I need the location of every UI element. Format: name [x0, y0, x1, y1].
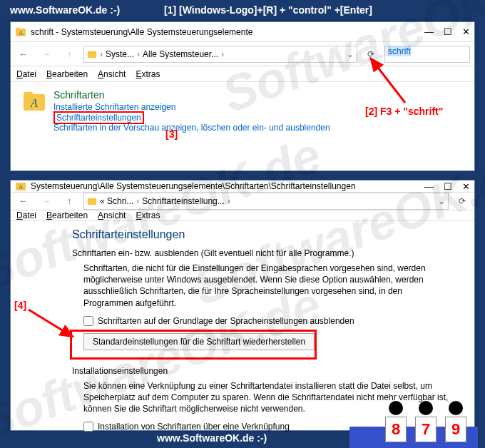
restore-defaults-button[interactable]: Standardeinstellungen für die Schriftart… [83, 333, 315, 350]
checkbox-input[interactable] [83, 422, 93, 432]
menu-view[interactable]: Ansicht [98, 210, 126, 220]
refresh-button[interactable]: ⟳ [454, 193, 470, 209]
svg-rect-3 [88, 51, 96, 58]
svg-text:A: A [30, 97, 38, 109]
control-panel-search-window: A schrift - Systemsteuerung\Alle Systems… [10, 21, 475, 171]
link-installed-fonts[interactable]: Installierte Schriftarten anzeigen [53, 102, 463, 112]
page-heading: Schriftarteinstellungen [72, 228, 453, 241]
menu-bar: Datei Bearbeiten Ansicht Extras [11, 210, 474, 221]
minimize-button[interactable]: — [424, 26, 434, 37]
up-button[interactable]: ↑ [61, 46, 78, 63]
checkbox-label: Schriftarten auf der Grundlage der Sprac… [98, 316, 354, 326]
menu-file[interactable]: Datei [16, 69, 36, 79]
fonts-folder-icon: A [22, 89, 46, 113]
section-label-hide-fonts: Schriftarten ein- bzw. ausblenden (Gilt … [72, 248, 453, 258]
up-button[interactable]: ↑ [61, 193, 78, 210]
address-bar[interactable]: « Schri... › Schriftarteinstellung... › … [83, 193, 449, 210]
forward-button[interactable]: → [38, 193, 55, 210]
menu-bar: Datei Bearbeiten Ansicht Extras [11, 66, 474, 82]
svg-text:A: A [19, 29, 24, 36]
close-button[interactable]: ✕ [462, 26, 470, 37]
svg-rect-5 [24, 92, 33, 96]
nav-bar: ← → ↑ « Schri... › Schriftarteinstellung… [11, 193, 474, 210]
breadcrumb-part[interactable]: Syste... [106, 49, 134, 59]
back-button[interactable]: ← [15, 46, 32, 63]
menu-extras[interactable]: Extras [136, 69, 160, 79]
chevron-down-icon[interactable]: ⌄ [438, 196, 445, 206]
search-results: A Schriftarten Installierte Schriftarten… [11, 82, 474, 140]
maximize-button[interactable]: ☐ [444, 26, 452, 37]
judge-score: 9 [441, 401, 471, 442]
judge-score: 8 [381, 401, 411, 442]
forward-button[interactable]: → [38, 46, 55, 63]
minimize-button[interactable]: — [424, 181, 434, 192]
menu-edit[interactable]: Bearbeiten [46, 69, 88, 79]
fonts-folder-icon [87, 49, 97, 59]
fonts-folder-icon: A [15, 26, 26, 38]
breadcrumb-part[interactable]: « Schri... [100, 196, 133, 206]
checkbox-hide-by-language[interactable]: Schriftarten auf der Grundlage der Sprac… [83, 316, 453, 326]
result-heading: Schriftarten [53, 89, 463, 101]
refresh-button[interactable]: ⟳ [363, 46, 379, 62]
font-settings-window: A Systemsteuerung\Alle Systemsteuerungse… [10, 180, 475, 431]
fonts-folder-icon: A [15, 180, 26, 192]
judge-score: 7 [411, 401, 441, 442]
svg-rect-9 [88, 198, 96, 205]
menu-extras[interactable]: Extras [136, 210, 160, 220]
breadcrumb-part[interactable]: Schriftarteinstellung... [142, 196, 224, 206]
result-description: Schriftarten in der Vorschau anzeigen, l… [53, 123, 463, 133]
checkbox-input[interactable] [83, 316, 93, 326]
window-title: Systemsteuerung\Alle Systemsteuerungsele… [31, 181, 420, 191]
banner-step-1: [1] [Windows-Logo]+[R] + "control" +[Ent… [164, 4, 372, 16]
checkbox-label: Installation von Schriftarten über eine … [98, 422, 290, 432]
section-description: Schriftarten, die nicht für die Einstell… [83, 263, 453, 309]
judges-panel: 8 7 9 [381, 401, 471, 442]
section-label-install: Installationseinstellungen [72, 366, 453, 376]
chevron-down-icon[interactable]: ⌄ [347, 49, 354, 59]
menu-view[interactable]: Ansicht [98, 69, 126, 79]
breadcrumb-part[interactable]: Alle Systemsteuer... [143, 49, 218, 59]
address-bar[interactable]: › Syste... › Alle Systemsteuer... › ⌄ [83, 46, 357, 63]
menu-file[interactable]: Datei [16, 210, 36, 220]
fonts-folder-icon [87, 196, 97, 206]
titlebar[interactable]: A Systemsteuerung\Alle Systemsteuerungse… [11, 180, 474, 193]
banner-site: www.SoftwareOK.de :-) [10, 4, 120, 16]
svg-text:A: A [19, 183, 24, 190]
back-button[interactable]: ← [15, 193, 32, 210]
window-title: schrift - Systemsteuerung\Alle Systemste… [31, 27, 420, 37]
close-button[interactable]: ✕ [462, 181, 470, 192]
titlebar[interactable]: A schrift - Systemsteuerung\Alle Systems… [11, 22, 474, 42]
nav-bar: ← → ↑ › Syste... › Alle Systemsteuer... … [11, 42, 474, 66]
search-input[interactable]: schrift [384, 46, 470, 63]
menu-edit[interactable]: Bearbeiten [46, 210, 88, 220]
maximize-button[interactable]: ☐ [444, 181, 452, 192]
